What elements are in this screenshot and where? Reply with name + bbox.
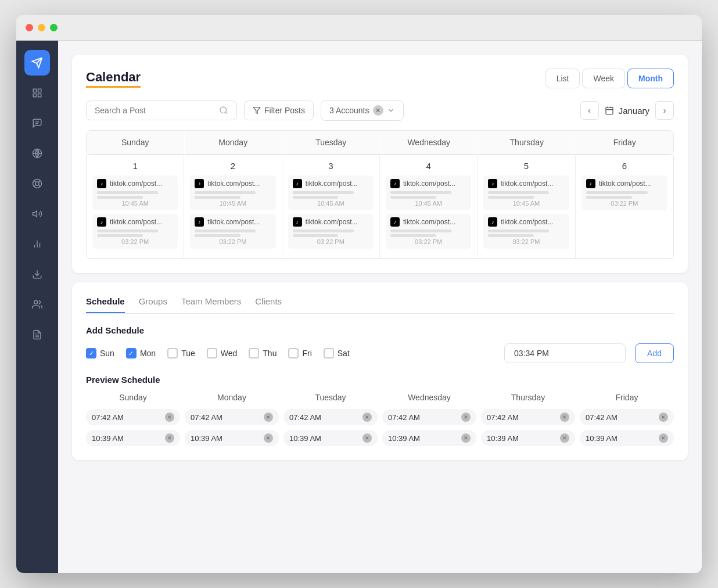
calendar-grid-wrapper: Sunday Monday Tuesday Wednesday Thursday…: [86, 130, 674, 259]
minimize-button[interactable]: [38, 24, 45, 31]
sidebar-item-send[interactable]: [24, 50, 50, 76]
cal-cell-3[interactable]: 3 ♪ tiktok.com/post... 10:45 AM: [282, 155, 380, 259]
chip-close-icon[interactable]: ✕: [165, 433, 174, 443]
post-item[interactable]: ♪ tiktok.com/post... 03:22 PM: [92, 214, 178, 249]
time-input[interactable]: [504, 343, 626, 363]
post-item[interactable]: ♪ tiktok.com/post... 03:22 PM: [581, 175, 667, 210]
chip-close-icon[interactable]: ✕: [659, 413, 668, 422]
cal-cell-4[interactable]: 4 ♪ tiktok.com/post... 10:45 AM: [380, 155, 478, 259]
close-button[interactable]: [26, 24, 33, 31]
preview-day-wednesday: Wednesday 07:42 AM ✕ 10:39 AM ✕: [382, 393, 476, 446]
day-check-tue[interactable]: Tue: [167, 348, 195, 358]
svg-point-20: [34, 300, 38, 304]
time-chip: 10:39 AM ✕: [86, 430, 180, 446]
chip-close-icon[interactable]: ✕: [264, 413, 273, 422]
post-item[interactable]: ♪ tiktok.com/post... 10:45 AM: [92, 175, 178, 210]
accounts-close-icon[interactable]: ✕: [373, 105, 383, 116]
cal-cell-5[interactable]: 5 ♪ tiktok.com/post... 10:45 AM: [478, 155, 575, 259]
post-line: [97, 191, 158, 194]
cal-cell-2[interactable]: 2 ♪ tiktok.com/post... 10:45 AM: [184, 155, 282, 259]
filter-button[interactable]: Filter Posts: [244, 101, 314, 120]
svg-rect-26: [606, 107, 613, 114]
chip-close-icon[interactable]: ✕: [659, 433, 668, 443]
add-button[interactable]: Add: [635, 343, 674, 363]
checkbox-mon[interactable]: ✓: [126, 348, 137, 358]
checkbox-thu[interactable]: [249, 348, 259, 358]
tab-clients[interactable]: Clients: [255, 296, 282, 313]
month-label: January: [619, 106, 649, 116]
month-display: January: [605, 106, 649, 116]
post-item[interactable]: ♪ tiktok.com/post... 10:45 AM: [386, 175, 471, 210]
sidebar-item-campaigns[interactable]: [24, 201, 50, 227]
sidebar-item-notes[interactable]: [24, 322, 50, 347]
list-view-button[interactable]: List: [545, 69, 580, 88]
tab-team-members[interactable]: Team Members: [181, 296, 241, 313]
filter-icon: [253, 106, 261, 114]
svg-line-11: [34, 181, 36, 182]
post-line: [293, 196, 339, 199]
tiktok-icon: ♪: [488, 179, 497, 188]
search-input[interactable]: [95, 106, 214, 115]
post-item[interactable]: ♪ tiktok.com/post... 03:22 PM: [288, 214, 374, 249]
tiktok-icon: ♪: [390, 217, 400, 227]
chip-close-icon[interactable]: ✕: [560, 413, 569, 422]
app-window: Calendar List Week Month: [16, 15, 702, 573]
post-line: [488, 230, 549, 232]
tiktok-icon: ♪: [488, 217, 497, 227]
chip-close-icon[interactable]: ✕: [264, 433, 273, 443]
schedule-row: ✓ Sun ✓ Mon Tue: [86, 343, 674, 363]
chip-close-icon[interactable]: ✕: [461, 433, 471, 443]
maximize-button[interactable]: [50, 24, 58, 31]
post-line: [195, 196, 240, 199]
sidebar-item-dashboard[interactable]: [24, 80, 50, 106]
chip-close-icon[interactable]: ✕: [560, 433, 569, 443]
month-view-button[interactable]: Month: [627, 69, 674, 88]
tab-groups[interactable]: Groups: [139, 296, 167, 313]
sidebar-item-analytics[interactable]: [24, 231, 50, 257]
day-check-thu[interactable]: Thu: [249, 348, 277, 358]
chip-close-icon[interactable]: ✕: [461, 413, 471, 422]
sidebar-item-team[interactable]: [24, 292, 50, 317]
chip-close-icon[interactable]: ✕: [362, 413, 372, 422]
cal-cell-6[interactable]: 6 ♪ tiktok.com/post... 03:22 PM: [576, 155, 673, 259]
day-check-fri[interactable]: Fri: [288, 348, 311, 358]
svg-rect-3: [33, 94, 36, 97]
post-line: [97, 230, 158, 232]
prev-month-button[interactable]: ‹: [580, 101, 599, 120]
post-item[interactable]: ♪ tiktok.com/post... 03:22 PM: [483, 214, 569, 249]
post-line: [488, 191, 549, 194]
post-item[interactable]: ♪ tiktok.com/post... 10:45 AM: [483, 175, 569, 210]
chip-close-icon[interactable]: ✕: [362, 433, 372, 443]
accounts-badge[interactable]: 3 Accounts ✕: [321, 100, 404, 121]
main-content: Calendar List Week Month: [58, 41, 702, 573]
sidebar-item-messages[interactable]: [24, 110, 50, 136]
time-chip: 07:42 AM ✕: [185, 409, 279, 425]
time-chip: 10:39 AM ✕: [382, 430, 476, 446]
day-check-wed[interactable]: Wed: [207, 348, 238, 358]
post-line: [195, 234, 240, 237]
post-item[interactable]: ♪ tiktok.com/post... 03:22 PM: [386, 214, 471, 249]
checkbox-sat[interactable]: [324, 348, 334, 358]
time-chip: 07:42 AM ✕: [580, 409, 674, 425]
post-item[interactable]: ♪ tiktok.com/post... 10:45 AM: [288, 175, 374, 210]
sidebar-item-support[interactable]: [24, 171, 50, 196]
day-check-sun[interactable]: ✓ Sun: [86, 348, 114, 358]
checkbox-wed[interactable]: [207, 348, 217, 358]
sidebar-item-network[interactable]: [24, 141, 50, 166]
tab-schedule[interactable]: Schedule: [86, 296, 125, 313]
post-item[interactable]: ♪ tiktok.com/post... 10:45 AM: [190, 175, 275, 210]
day-check-mon[interactable]: ✓ Mon: [126, 348, 156, 358]
checkbox-sun[interactable]: ✓: [86, 348, 96, 358]
post-item[interactable]: ♪ tiktok.com/post... 03:22 PM: [190, 214, 275, 249]
day-check-sat[interactable]: Sat: [324, 348, 350, 358]
search-box[interactable]: [86, 101, 237, 120]
sidebar-item-downloads[interactable]: [24, 261, 50, 287]
checkbox-fri[interactable]: [288, 348, 299, 358]
filter-label: Filter Posts: [264, 106, 305, 115]
week-view-button[interactable]: Week: [582, 69, 625, 88]
cal-cell-1[interactable]: 1 ♪ tiktok.com/post... 10:45 AM: [87, 155, 184, 259]
next-month-button[interactable]: ›: [655, 101, 674, 120]
add-schedule-title: Add Schedule: [86, 325, 674, 335]
chip-close-icon[interactable]: ✕: [165, 413, 174, 422]
checkbox-tue[interactable]: [167, 348, 178, 358]
